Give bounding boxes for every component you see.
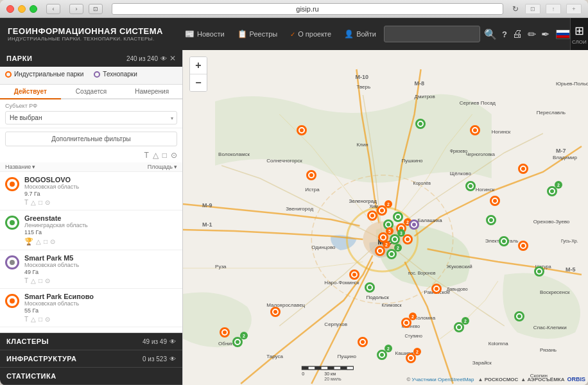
nav-login[interactable]: 👤 Войти — [339, 27, 381, 41]
park-area-smart-esipovo: 55 Га — [24, 307, 177, 314]
draw-button[interactable]: ✒ — [540, 27, 551, 42]
text-filter-icon[interactable]: T — [144, 151, 148, 160]
map-area[interactable]: М-8 М-7 М-5 М-1 М-9 М-10 Мос Пушкино Щёл… — [183, 50, 588, 385]
marker-khimki[interactable] — [367, 210, 377, 221]
minimize-button[interactable] — [18, 5, 26, 13]
zoom-in-button[interactable]: + — [190, 57, 207, 74]
marker-ramenskoe2[interactable] — [431, 284, 442, 294]
subject-select[interactable]: Не выбран — [5, 111, 177, 124]
marker-moscow-center3[interactable]: 3 — [390, 234, 400, 244]
park-item-smart-m5[interactable]: Smart Park M5 Московская область 49 Га T… — [0, 250, 182, 289]
park-item-bogoslovo[interactable]: BOGOSLOVO Московская область 9.7 Га T △ … — [0, 172, 182, 210]
square-icon[interactable]: □ — [162, 151, 167, 160]
name-column-header[interactable]: Название ▾ — [5, 164, 132, 170]
zoom-out-button[interactable]: − — [190, 74, 207, 91]
industrial-parks-filter[interactable]: Индустриальные парки — [5, 71, 83, 78]
marker-ramenskoe[interactable] — [518, 241, 528, 251]
marker-pushchino[interactable]: 2 — [377, 350, 387, 360]
circle-action-smart-m5[interactable]: ⊙ — [45, 277, 50, 284]
triangle-action-bogoslovo[interactable]: △ — [31, 199, 36, 206]
bookmark-button[interactable]: ⊡ — [525, 4, 540, 14]
park-dot-smart-esipovo — [10, 298, 15, 304]
circle-action-smart-esipovo[interactable]: ⊙ — [45, 316, 50, 323]
marker-sergiev[interactable] — [470, 125, 480, 135]
marker-korolev[interactable] — [409, 219, 419, 230]
nav-registries[interactable]: 📋 Реестры — [232, 27, 283, 41]
search-button[interactable]: 🔍 — [483, 27, 498, 42]
square-action-greenstate[interactable]: □ — [44, 238, 48, 245]
marker-south-moscow[interactable]: 2 — [375, 246, 385, 256]
add-filters-button[interactable]: Дополнительные фильтры — [5, 132, 177, 146]
marker-moscow-center4[interactable] — [402, 234, 413, 244]
marker-zhukovsky[interactable] — [499, 236, 509, 246]
search-input[interactable] — [388, 30, 476, 38]
share-button[interactable]: ↑ — [546, 4, 561, 14]
triangle-icon[interactable]: △ — [153, 151, 159, 160]
park-item-victoria[interactable]: VICTORIA INDUSTRIAL PARK Московская обла… — [0, 327, 182, 332]
circle-action-bogoslovo[interactable]: ⊙ — [45, 199, 50, 206]
new-tab-button[interactable]: + — [566, 4, 582, 14]
circle-icon[interactable]: ⊙ — [171, 151, 177, 160]
text-action-smart-m5[interactable]: T — [24, 277, 28, 284]
square-action-smart-esipovo[interactable]: □ — [39, 316, 42, 323]
layers-button[interactable]: ⊞ СЛОИ — [570, 18, 588, 50]
square-action-bogoslovo[interactable]: □ — [39, 199, 42, 206]
url-bar[interactable]: gisip.ru — [112, 3, 503, 15]
circle-action-greenstate[interactable]: ⊙ — [50, 238, 55, 245]
help-button[interactable]: ? — [501, 28, 508, 40]
infra-section[interactable]: ИНФРАСТРУКТУРА 0 из 523 👁 — [0, 350, 182, 368]
marker-malojaroslavec[interactable] — [270, 307, 281, 317]
marker-voskresenk[interactable] — [534, 266, 544, 277]
russia-flag[interactable] — [556, 30, 570, 39]
print-button[interactable]: 🖨 — [511, 27, 524, 41]
stats-section[interactable]: СТАТИСТИКА — [0, 368, 182, 385]
marker-klimovsk[interactable] — [365, 282, 375, 293]
tab-button[interactable]: ⊡ — [89, 4, 103, 14]
marker-klin[interactable] — [297, 125, 307, 135]
park-item-greenstate[interactable]: Greenstate Ленинградская область 115 Га … — [0, 210, 182, 250]
area-column-header[interactable]: Площадь ▾ — [132, 164, 177, 170]
marker-dmitrov[interactable] — [415, 119, 426, 129]
search-box[interactable] — [384, 26, 480, 42]
marker-podolsk[interactable] — [349, 270, 359, 280]
marker-elektrostal2[interactable] — [486, 215, 496, 225]
triangle-action-greenstate[interactable]: △ — [36, 238, 41, 245]
nav-news[interactable]: 📰 Новости — [180, 27, 230, 41]
marker-vladimir-area[interactable]: 2 — [547, 186, 557, 196]
fullscreen-button[interactable] — [30, 5, 37, 13]
marker-serpukhov[interactable] — [358, 337, 368, 347]
marker-kolomna[interactable]: 2 — [454, 322, 464, 332]
marker-obninsk[interactable] — [220, 327, 230, 338]
back-button[interactable]: ‹ — [46, 4, 60, 14]
text-action-bogoslovo[interactable]: T — [24, 199, 28, 206]
marker-moscow-ne[interactable] — [393, 212, 403, 222]
marker-voskresenk2[interactable] — [514, 311, 524, 321]
forward-button[interactable]: › — [69, 4, 83, 14]
square-action-smart-m5[interactable]: □ — [39, 277, 42, 284]
clusters-title: КЛАСТЕРЫ — [6, 338, 49, 345]
edit-button[interactable]: ✏ — [526, 27, 537, 42]
tab-creating[interactable]: Создается — [61, 85, 122, 99]
marker-kashira[interactable]: 2 — [406, 353, 416, 363]
marker-noginsk[interactable] — [465, 181, 476, 191]
marker-moscow-north[interactable]: 2 — [377, 205, 387, 216]
close-button[interactable] — [6, 5, 14, 13]
park-item-smart-esipovo[interactable]: Smart Park Есипово Московская область 55… — [0, 289, 182, 327]
marker-obninsk2[interactable]: 2 — [232, 337, 243, 347]
text-action-smart-esipovo[interactable]: T — [24, 316, 28, 323]
parks-close-button[interactable]: ✕ — [169, 54, 176, 63]
marker-elektrostal[interactable] — [490, 196, 500, 206]
osm-link[interactable]: Участники OpenStreetMap — [412, 377, 474, 382]
nav-about[interactable]: ✓ О проекте — [285, 28, 336, 40]
tab-intentions[interactable]: Намерения — [121, 85, 182, 99]
marker-fryazevo[interactable] — [518, 164, 528, 174]
tab-active[interactable]: Действует — [0, 85, 61, 99]
clusters-section[interactable]: КЛАСТЕРЫ 49 из 49 👁 — [0, 333, 182, 350]
marker-leninskiy[interactable]: 2 — [386, 249, 397, 259]
technoparks-filter[interactable]: Технопарки — [94, 71, 137, 78]
reload-button[interactable]: ↻ — [512, 4, 519, 13]
marker-stupino[interactable]: 2 — [401, 318, 411, 328]
triangle-action-smart-m5[interactable]: △ — [31, 277, 36, 284]
marker-istra[interactable] — [306, 170, 316, 180]
triangle-action-smart-esipovo[interactable]: △ — [31, 316, 36, 323]
